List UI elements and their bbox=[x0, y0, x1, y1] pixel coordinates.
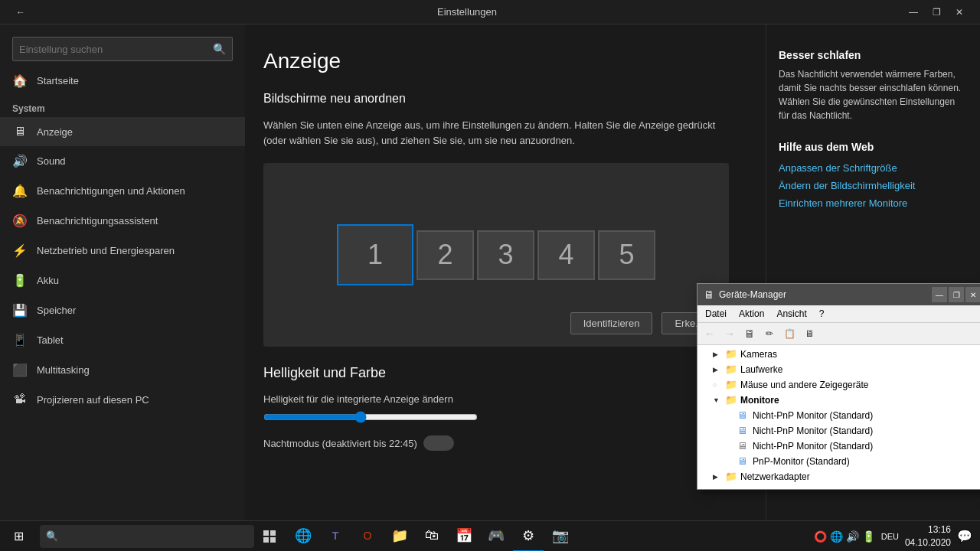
web-link-3[interactable]: Einrichten mehrerer Monitore bbox=[779, 197, 968, 209]
night-mode-row: Nachtmodus (deaktiviert bis 22:45) bbox=[263, 435, 729, 451]
storage-icon: 💾 bbox=[12, 303, 28, 318]
taskbar-game[interactable]: 🎮 bbox=[481, 521, 511, 552]
start-button[interactable]: ⊞ bbox=[0, 521, 37, 552]
sleep-title: Besser schlafen bbox=[779, 49, 968, 61]
taskbar-camera[interactable]: 📷 bbox=[545, 521, 576, 552]
clock-time: 13:16 bbox=[905, 523, 951, 536]
dm-menu-help[interactable]: ? bbox=[815, 307, 829, 321]
tray-network[interactable]: 🌐 bbox=[830, 530, 843, 543]
taskbar-explorer[interactable]: 📁 bbox=[384, 521, 415, 552]
taskbar-calendar[interactable]: 📅 bbox=[449, 521, 479, 552]
minimize-button[interactable]: — bbox=[902, 1, 925, 24]
monitor-2[interactable]: 2 bbox=[416, 230, 474, 280]
dm-back-btn[interactable]: ← bbox=[701, 324, 719, 343]
sidebar-item-akku[interactable]: 🔋 Akku bbox=[0, 266, 245, 295]
close-button[interactable]: ✕ bbox=[948, 1, 971, 24]
sidebar-item-label: Anzeige bbox=[37, 126, 73, 138]
taskbar-search[interactable]: 🔍 bbox=[40, 525, 254, 548]
monitor-4[interactable]: 4 bbox=[537, 230, 595, 280]
sidebar-item-multitasking[interactable]: ⬛ Multitasking bbox=[0, 355, 245, 385]
brightness-section: Helligkeit und Farbe Helligkeit für die … bbox=[263, 365, 729, 451]
device-manager-window: 🖥 Geräte-Manager — ❐ ✕ Datei Aktion Ansi… bbox=[697, 283, 980, 490]
search-box[interactable]: 🔍 bbox=[12, 37, 233, 61]
taskbar-time: 13:16 04.10.2020 bbox=[905, 523, 951, 549]
dm-restore[interactable]: ❐ bbox=[949, 287, 964, 302]
search-input[interactable] bbox=[19, 44, 213, 55]
sidebar-item-sound[interactable]: 🔊 Sound bbox=[0, 146, 245, 176]
dm-title-bar: 🖥 Geräte-Manager — ❐ ✕ bbox=[697, 284, 980, 305]
dm-tree-netzwerk[interactable]: ▶ 📁 Netzwerkadapter bbox=[697, 469, 980, 484]
dm-close[interactable]: ✕ bbox=[965, 287, 980, 302]
dm-icon-monitor3: 🖥 bbox=[737, 440, 750, 452]
dm-menu-aktion[interactable]: Aktion bbox=[734, 307, 769, 321]
sidebar-item-label: Projizieren auf diesen PC bbox=[37, 394, 149, 406]
dm-tree-monitor1[interactable]: · 🖥 Nicht-PnP Monitor (Standard) bbox=[697, 408, 980, 423]
dm-list-btn[interactable]: 📋 bbox=[780, 324, 799, 343]
dm-tree-monitor3[interactable]: · 🖥 Nicht-PnP Monitor (Standard) bbox=[697, 439, 980, 454]
dm-label-laufwerke: Laufwerke bbox=[740, 364, 782, 375]
dm-prop-btn[interactable]: 🖥 bbox=[800, 324, 818, 343]
sidebar-item-anzeige[interactable]: 🖥 Anzeige bbox=[0, 117, 245, 146]
task-view-button[interactable] bbox=[254, 521, 285, 552]
dm-forward-btn[interactable]: → bbox=[720, 324, 739, 343]
web-link-1[interactable]: Anpassen der Schriftgröße bbox=[779, 162, 968, 174]
dm-minimize[interactable]: — bbox=[932, 287, 947, 302]
tray-speaker[interactable]: 🔊 bbox=[846, 530, 859, 543]
language-badge[interactable]: DEU bbox=[880, 532, 900, 541]
tray-cortana[interactable]: ⭕ bbox=[814, 530, 827, 543]
taskbar-store[interactable]: 🛍 bbox=[416, 521, 447, 552]
monitor-5[interactable]: 5 bbox=[598, 230, 655, 280]
svg-rect-3 bbox=[270, 537, 276, 543]
taskbar-office[interactable]: O bbox=[352, 521, 383, 552]
taskbar-settings[interactable]: ⚙ bbox=[513, 521, 544, 552]
dm-chevron-kameras: ▶ bbox=[713, 350, 725, 358]
dm-label-monitor2: Nicht-PnP Monitor (Standard) bbox=[753, 425, 873, 436]
description-text: Wählen Sie unten eine Anzeige aus, um ih… bbox=[263, 118, 729, 148]
dm-label-monitor4: PnP-Monitor (Standard) bbox=[753, 456, 850, 467]
sidebar-item-netzbetrieb[interactable]: ⚡ Netzbetrieb und Energiesparen bbox=[0, 236, 245, 266]
notification-button[interactable]: 💬 bbox=[956, 521, 974, 552]
display-arrangement: 1 2 3 4 5 Identifizieren Erke... bbox=[263, 163, 729, 347]
brightness-title: Helligkeit und Farbe bbox=[263, 365, 729, 381]
dm-menu-datei[interactable]: Datei bbox=[701, 307, 731, 321]
brightness-slider[interactable] bbox=[263, 411, 478, 423]
sidebar-item-startseite[interactable]: 🏠 Startseite bbox=[0, 67, 245, 94]
title-bar: ← Einstellungen — ❐ ✕ bbox=[0, 0, 980, 24]
dm-icon-monitor2: 🖥 bbox=[737, 425, 750, 437]
sidebar-item-benachrichtigungen[interactable]: 🔔 Benachrichtigungen und Aktionen bbox=[0, 176, 245, 206]
dm-label-monitore: Monitore bbox=[740, 395, 779, 406]
search-icon[interactable]: 🔍 bbox=[213, 43, 226, 55]
taskbar-teams[interactable]: T bbox=[320, 521, 351, 552]
dm-spacer3: · bbox=[725, 442, 737, 450]
dm-tree-maeuse[interactable]: ○ 📁 Mäuse und andere Zeigegeräte bbox=[697, 377, 980, 393]
taskbar-tray: ⭕ 🌐 🔊 🔋 DEU 13:16 04.10.2020 💬 bbox=[814, 521, 980, 552]
dm-tree-monitor2[interactable]: · 🖥 Nicht-PnP Monitor (Standard) bbox=[697, 423, 980, 439]
back-button[interactable]: ← bbox=[9, 1, 32, 24]
dm-tree-laufwerke[interactable]: ▶ 📁 Laufwerke bbox=[697, 362, 980, 377]
dm-icon-laufwerke: 📁 bbox=[725, 364, 737, 376]
dm-tree-kameras[interactable]: ▶ 📁 Kameras bbox=[697, 347, 980, 362]
dm-menubar: Datei Aktion Ansicht ? bbox=[697, 305, 980, 323]
title-bar-nav: ← bbox=[9, 1, 32, 24]
dm-spacer1: · bbox=[725, 412, 737, 419]
dm-computer-btn[interactable]: 🖥 bbox=[740, 324, 759, 343]
sidebar-item-tablet[interactable]: 📱 Tablet bbox=[0, 325, 245, 355]
sidebar-item-benachrichtigungsassistent[interactable]: 🔕 Benachrichtigungsassistent bbox=[0, 206, 245, 236]
window-controls: — ❐ ✕ bbox=[902, 1, 971, 24]
dm-tree-monitore[interactable]: ▼ 📁 Monitore bbox=[697, 393, 980, 408]
dm-toolbar: ← → 🖥 ✏ 📋 🖥 bbox=[697, 323, 980, 345]
monitor-1[interactable]: 1 bbox=[337, 224, 413, 285]
taskbar-edge[interactable]: 🌐 bbox=[288, 521, 318, 552]
dm-tree-monitor4[interactable]: · 🖥 PnP-Monitor (Standard) bbox=[697, 454, 980, 469]
sidebar-item-projizieren[interactable]: 📽 Projizieren auf diesen PC bbox=[0, 385, 245, 414]
sidebar-item-speicher[interactable]: 💾 Speicher bbox=[0, 295, 245, 325]
restore-button[interactable]: ❐ bbox=[925, 1, 948, 24]
dm-icon-monitor4: 🖥 bbox=[737, 455, 750, 468]
monitor-3[interactable]: 3 bbox=[477, 230, 534, 280]
tray-battery[interactable]: 🔋 bbox=[862, 530, 875, 543]
dm-menu-ansicht[interactable]: Ansicht bbox=[772, 307, 811, 321]
dm-edit-btn[interactable]: ✏ bbox=[760, 324, 779, 343]
web-link-2[interactable]: Ändern der Bildschirmhelligkeit bbox=[779, 180, 968, 191]
night-mode-toggle[interactable] bbox=[423, 435, 454, 451]
identify-button[interactable]: Identifizieren bbox=[570, 312, 653, 334]
